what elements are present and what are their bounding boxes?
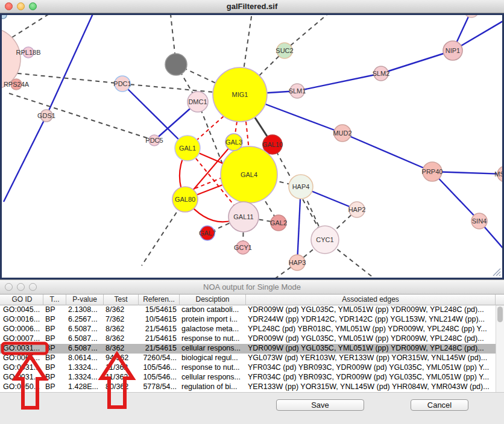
network-edge[interactable] <box>46 15 96 116</box>
table-cell[interactable]: 5778/54... <box>139 382 180 392</box>
table-cell[interactable]: 11/362 <box>104 363 139 373</box>
table-cell[interactable]: 8/362 <box>104 325 139 334</box>
table-row[interactable]: GO:0031...BP1.3324...11/362105/546...res… <box>0 363 496 373</box>
table-cell[interactable]: YFR034C (pd) YBR093C, YDR009W (pd) YGL03… <box>246 373 496 382</box>
table-cell[interactable]: YDR009W (pd) YGL035C, YML051W (pp) YDR00… <box>246 344 496 354</box>
table-cell[interactable]: GO:0007... <box>1 334 43 344</box>
table-row[interactable]: GO:0006...BP6.5087...8/36221/54615galact… <box>0 325 496 334</box>
table-cell[interactable]: BP <box>43 373 66 382</box>
table-cell[interactable]: 21/54615 <box>139 325 180 334</box>
table-row[interactable]: GO:0007...BP6.5087...8/36221/54615respon… <box>0 334 496 344</box>
node-GAL80[interactable]: GAL80 <box>172 187 198 212</box>
column-header-associated-edges[interactable]: Associated edges <box>246 295 496 305</box>
table-cell[interactable]: YDR009W (pd) YGL035C, YML051W (pp) YDR00… <box>246 334 496 344</box>
table-cell[interactable]: YFR034C (pd) YBR093C, YDR009W (pd) YGL03… <box>246 363 496 373</box>
table-cell[interactable]: 105/546... <box>139 373 180 382</box>
table-cell[interactable]: 1.3324... <box>66 363 104 373</box>
table-cell[interactable]: BP <box>43 325 66 334</box>
column-header-test[interactable]: Test <box>104 295 139 305</box>
table-cell[interactable]: cellular respons... <box>180 344 246 354</box>
node-MSI[interactable]: MSI <box>494 166 502 182</box>
table-cell[interactable]: YER133W (pp) YOR315W, YNL145W (pd) YHR08… <box>246 382 496 392</box>
network-canvas[interactable]: RPL18BRPS24AGDS1PDC1PDC5DMC1SLM1SUC2NIP1… <box>0 13 504 279</box>
node-PDC1[interactable]: PDC1 <box>113 76 131 92</box>
table-cell[interactable]: 6.5087... <box>66 334 104 344</box>
node-GCY1[interactable]: GCY1 <box>234 241 252 254</box>
table-cell[interactable]: 94/362 <box>104 354 139 363</box>
network-edge[interactable] <box>381 51 453 73</box>
node-HAP3[interactable]: HAP3 <box>289 255 306 270</box>
table-cell[interactable]: 105/546... <box>139 363 180 373</box>
node-GAL4[interactable]: GAL4 <box>221 146 277 203</box>
node-GAL11[interactable]: GAL11 <box>228 202 259 232</box>
table-cell[interactable]: GO:0065... <box>1 354 43 363</box>
table-cell[interactable]: BP <box>43 305 66 315</box>
network-edge[interactable] <box>12 15 48 37</box>
network-edge[interactable] <box>432 172 479 221</box>
network-node[interactable] <box>2 15 7 19</box>
table-cell[interactable]: BP <box>43 344 66 354</box>
column-header-go-id[interactable]: GO ID <box>1 295 43 305</box>
table-cell[interactable]: response to nut... <box>180 363 246 373</box>
table-cell[interactable]: YDR244W (pp) YDR142C, YDR142C (pp) YGL15… <box>246 315 496 325</box>
table-cell[interactable]: 6.5087... <box>66 325 104 334</box>
table-cell[interactable]: 8.0614... <box>66 354 104 363</box>
table-cell[interactable]: 15/54615 <box>139 305 180 315</box>
node-NIP1[interactable]: NIP1 <box>443 41 462 60</box>
node-GAL2[interactable]: GAL2 <box>270 215 287 231</box>
table-cell[interactable]: regulation of bi... <box>180 382 246 392</box>
node-HAP4[interactable]: HAP4 <box>289 175 313 199</box>
table-cell[interactable]: 8/362 <box>104 344 139 354</box>
node-MUD2[interactable]: MUD2 <box>333 125 351 142</box>
table-cell[interactable]: 11/362 <box>104 373 139 382</box>
network-node[interactable] <box>165 54 187 75</box>
node-SIN4[interactable]: SIN4 <box>471 213 487 229</box>
table-cell[interactable]: GO:0016... <box>1 315 43 325</box>
table-cell[interactable]: BP <box>43 315 66 325</box>
node-GAL7[interactable]: GAL7 <box>199 226 216 240</box>
table-cell[interactable]: YPL248C (pd) YBR018C, YML051W (pp) YDR00… <box>246 325 496 334</box>
node-SLM1[interactable]: SLM1 <box>289 84 306 98</box>
network-edge[interactable] <box>342 133 432 172</box>
cancel-button[interactable]: Cancel <box>411 399 468 411</box>
table-cell[interactable]: biological regul... <box>180 354 246 363</box>
column-header-p-value[interactable]: P-value <box>66 295 104 305</box>
network-edge[interactable] <box>297 73 381 91</box>
node-GAL3[interactable]: GAL3 <box>225 134 242 151</box>
table-cell[interactable]: 7260/54... <box>139 354 180 363</box>
node-MIG1[interactable]: MIG1 <box>213 67 267 122</box>
table-cell[interactable]: response to nut... <box>180 334 246 344</box>
table-row[interactable]: GO:0065...BP8.0614...94/3627260/54...bio… <box>0 354 496 363</box>
column-header-desciption[interactable]: Desciption <box>180 295 246 305</box>
table-cell[interactable]: 6.2567... <box>66 315 104 325</box>
network-edge[interactable] <box>285 15 329 51</box>
table-row[interactable]: GO:0031...BP1.3324...11/362105/546...cel… <box>0 373 496 382</box>
node-PRP40[interactable]: PRP40 <box>422 162 443 181</box>
table-cell[interactable]: protein import i... <box>180 315 246 325</box>
table-cell[interactable]: 80/362 <box>104 382 139 392</box>
table-cell[interactable]: cellular respons... <box>180 373 246 382</box>
table-row[interactable]: GO:0031...BP6.5087...8/36221/54615cellul… <box>0 344 496 354</box>
table-cell[interactable]: 21/54615 <box>139 344 180 354</box>
node-PDC5[interactable]: PDC5 <box>145 135 163 146</box>
resize-grip-icon[interactable] <box>491 266 502 277</box>
table-cell[interactable]: 7/362 <box>104 315 139 325</box>
table-cell[interactable]: carbon cataboli... <box>180 305 246 315</box>
table-row[interactable]: GO:0045...BP2.1308...8/36215/54615carbon… <box>0 305 496 315</box>
table-cell[interactable]: BP <box>43 363 66 373</box>
node-SLM2[interactable]: SLM2 <box>373 66 390 81</box>
node-SUC2[interactable]: SUC2 <box>276 43 293 58</box>
table-cell[interactable]: GO:0031... <box>1 363 43 373</box>
vertical-scrollbar[interactable] <box>496 305 504 392</box>
table-cell[interactable]: 21/54615 <box>139 334 180 344</box>
table-cell[interactable]: 1.428E... <box>66 382 104 392</box>
network-node[interactable] <box>464 15 479 17</box>
column-header-referen-[interactable]: Referen... <box>139 295 180 305</box>
table-row[interactable]: GO:0050...BP1.428E...80/3625778/54...reg… <box>0 382 496 392</box>
table-cell[interactable]: GO:0006... <box>1 325 43 334</box>
node-GDS1[interactable]: GDS1 <box>37 110 55 122</box>
node-RPS24A[interactable]: RPS24A <box>4 79 30 90</box>
table-cell[interactable]: 1.3324... <box>66 373 104 382</box>
column-header-t-[interactable]: T... <box>43 295 66 305</box>
table-cell[interactable]: BP <box>43 382 66 392</box>
